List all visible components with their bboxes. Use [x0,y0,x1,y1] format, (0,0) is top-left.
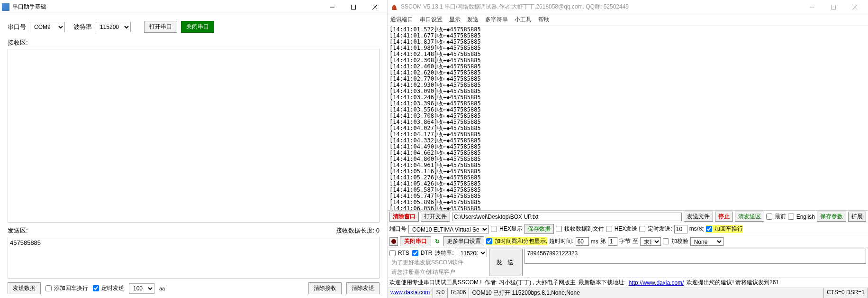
open-file-button[interactable]: 打开文件 [421,212,450,222]
note-line-2: 请您注册嘉立创!结尾客户 [389,268,487,276]
rts-checkbox[interactable]: RTS [389,250,409,256]
timed-send-checkbox[interactable]: 定时发送 [93,284,124,292]
dtr-checkbox[interactable]: DTR [412,250,433,256]
status-site[interactable]: www.daxia.com [388,288,433,298]
open-port-button[interactable]: 打开串口 [144,21,177,33]
left-titlebar: 串口助手基础 [0,0,387,14]
to-lbl: 至 [633,237,638,245]
right-close-button[interactable] [844,0,865,14]
hex-send-checkbox[interactable]: HEX发送 [606,225,638,233]
stop-button[interactable]: 停止 [715,212,733,222]
ms-unit-label: aa [159,286,165,291]
clear-window-button[interactable]: 清除窗口 [389,212,419,222]
clear-txarea-button[interactable]: 清发送区 [735,212,764,222]
rx-length-label: 接收数据长度: 0 [336,226,380,235]
file-path-input[interactable] [452,213,682,221]
banner-row: 欢迎使用专业串口调试工具SSCOM ! 作者: 习小猛(丁丁) , 大虾电子网版… [388,278,868,288]
menu-item[interactable]: 显示 [449,16,461,24]
baud-select[interactable]: 115200 [96,22,131,32]
status-bar: www.daxia.com S:0 R:306 COM10 已打开 115200… [388,288,868,298]
chk-checksum[interactable]: 加校验 [663,237,688,245]
left-maximize-button[interactable] [343,0,364,14]
baud-r-label: 波特率: [435,249,453,257]
status-r: R:306 [448,288,469,298]
menu-item[interactable]: 小工具 [515,16,532,24]
rx-log-area[interactable]: [14:41:01.522]收←◆457585885 [14:41:01.677… [388,26,868,211]
left-app-window: 串口助手基础 串口号 COM9 波特率 115200 打开串口 关闭串口 接收区… [0,0,388,298]
status-cts: CTS=0 DSR=1 [824,288,868,298]
left-minimize-button[interactable] [321,0,343,14]
send-data-button[interactable]: 发送数据 [8,282,41,294]
status-s: S:0 [433,288,448,298]
ms-label: ms [591,238,598,245]
reload-icon[interactable]: ↻ [433,237,442,246]
banner-t1: 欢迎使用专业串口调试工具SSCOM ! [389,279,482,287]
tx-textarea[interactable]: 457585885 [8,237,380,279]
topmost-checkbox[interactable]: 最前 [766,213,786,221]
clear-rx-button[interactable]: 清除接收 [308,282,342,294]
port-label: 串口号 [8,23,26,31]
tx-area-label: 发送区: [8,226,28,235]
rx-area-label: 接收区: [8,38,380,47]
send-button[interactable]: 发 送 [489,249,523,276]
english-checkbox[interactable]: English [788,214,815,220]
port-no-label: 端口号 [389,225,407,233]
left-app-icon [2,3,9,11]
more-settings-button[interactable]: 更多串口设置 [443,236,484,246]
banner-t4: 欢迎提出您的建议! 请将建议发到261 [687,279,779,287]
note-line-1: 为了更好地发展SSCOM软件 [389,258,487,267]
send-file-button[interactable]: 发送文件 [684,212,713,222]
port-status-led-icon [389,237,398,246]
timeout-label: 超时时间: [549,237,573,245]
menu-item[interactable]: 通讯端口 [390,16,413,24]
save-params-button[interactable]: 保存参数 [817,212,846,222]
port-combobox[interactable]: COM10 ELTIMA Virtual Seria [408,225,489,233]
add-crlf-checkbox[interactable]: 添加回车换行 [45,284,88,292]
byte-lbl: 字节 [619,237,631,245]
close-port-r-button[interactable]: 关闭串口 [400,236,431,246]
sscom-app-icon [390,3,398,11]
port-select[interactable]: COM9 [30,22,65,32]
no1-label: 第 [600,237,606,245]
right-minimize-button[interactable] [801,0,823,14]
timeout-input[interactable] [576,237,589,246]
menu-item[interactable]: 串口设置 [420,16,443,24]
timestamp-pkg-checkbox[interactable]: 加时间戳和分包显示, [486,237,547,245]
timed-send-r-checkbox[interactable]: 定时发送: [639,225,672,233]
right-window-title: SSCOM V5.13.1 串口/网络数据调试器,作者:大虾丁丁,2618058… [401,3,801,11]
menu-item[interactable]: 帮助 [538,16,550,24]
svg-rect-5 [831,5,835,9]
byte-to-select[interactable]: 末尾 [640,237,661,246]
menu-item[interactable]: 发送 [467,16,479,24]
right-app-window: SSCOM V5.13.1 串口/网络数据调试器,作者:大虾丁丁,2618058… [388,0,868,298]
baud-label: 波特率 [73,23,92,31]
left-close-button[interactable] [364,0,385,14]
clear-tx-button[interactable]: 清除发送 [346,282,380,294]
baud-r-select[interactable]: 115200 [457,249,487,257]
hex-show-checkbox[interactable]: HEX显示 [491,225,523,233]
close-port-button[interactable]: 关闭串口 [181,21,214,33]
status-port: COM10 已打开 115200bps,8,1,None,None [469,288,824,298]
right-maximize-button[interactable] [823,0,844,14]
left-window-title: 串口助手基础 [12,3,321,11]
rx-to-file-checkbox[interactable]: 接收数据到文件 [556,225,604,233]
extend-button[interactable]: 扩展 [848,212,866,222]
save-data-button[interactable]: 保存数据 [524,224,554,234]
timed-ms-select[interactable]: 100 [129,283,154,294]
rx-textarea[interactable] [8,49,380,223]
svg-rect-1 [351,5,355,9]
banner-t2: 作者: 习小猛(丁丁) , 大虾电子网版主 [485,279,576,287]
timed-ms-input[interactable] [674,225,687,233]
checksum-select[interactable]: None [690,237,723,246]
banner-url-link[interactable]: http://www.daxia.com/ [629,279,684,286]
menu-item[interactable]: 多字符串 [485,16,508,24]
banner-t3: 最新版本下载地址: [579,279,625,287]
add-crlf-r-checkbox[interactable]: 加回车换行 [706,225,743,233]
byte-from-input[interactable] [608,237,617,246]
right-titlebar: SSCOM V5.13.1 串口/网络数据调试器,作者:大虾丁丁,2618058… [388,0,868,14]
ms-per-label: ms/次 [689,225,704,233]
send-textarea[interactable]: 7894567892122323 [524,249,866,264]
right-menubar: 通讯端口串口设置显示发送多字符串小工具帮助 [388,14,868,26]
